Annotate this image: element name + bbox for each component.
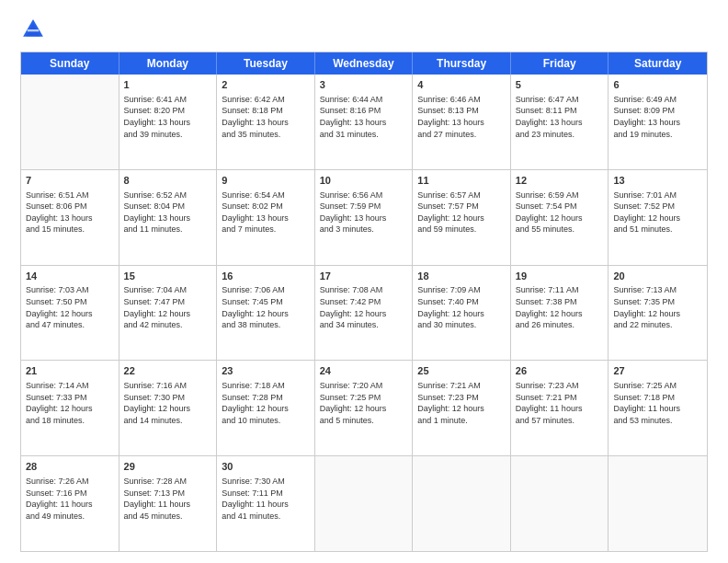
weekday-header-thursday: Thursday bbox=[413, 52, 511, 75]
weekday-header-saturday: Saturday bbox=[609, 52, 707, 75]
calendar-cell-1-3: 10Sunrise: 6:56 AM Sunset: 7:59 PM Dayli… bbox=[315, 170, 414, 265]
calendar-cell-3-2: 23Sunrise: 7:18 AM Sunset: 7:28 PM Dayli… bbox=[217, 361, 315, 455]
day-number: 24 bbox=[320, 364, 408, 378]
calendar-cell-0-5: 5Sunrise: 6:47 AM Sunset: 8:11 PM Daylig… bbox=[511, 75, 609, 169]
day-number: 1 bbox=[124, 78, 212, 92]
day-number: 14 bbox=[26, 270, 114, 283]
calendar-cell-2-5: 19Sunrise: 7:11 AM Sunset: 7:38 PM Dayli… bbox=[511, 266, 609, 361]
day-number: 16 bbox=[222, 270, 310, 283]
day-number: 30 bbox=[222, 460, 310, 474]
cell-info: Sunrise: 7:01 AM Sunset: 7:52 PM Dayligh… bbox=[613, 190, 702, 236]
day-number: 15 bbox=[124, 270, 212, 283]
calendar-cell-0-1: 1Sunrise: 6:41 AM Sunset: 8:20 PM Daylig… bbox=[119, 75, 218, 169]
logo bbox=[20, 17, 50, 42]
day-number: 19 bbox=[516, 270, 604, 283]
cell-info: Sunrise: 6:49 AM Sunset: 8:09 PM Dayligh… bbox=[613, 94, 702, 140]
cell-info: Sunrise: 6:56 AM Sunset: 7:59 PM Dayligh… bbox=[320, 190, 408, 236]
day-number: 7 bbox=[26, 174, 114, 188]
calendar-cell-0-0 bbox=[21, 75, 119, 169]
calendar-cell-3-1: 22Sunrise: 7:16 AM Sunset: 7:30 PM Dayli… bbox=[119, 361, 218, 455]
day-number: 9 bbox=[222, 174, 310, 188]
calendar-cell-0-4: 4Sunrise: 6:46 AM Sunset: 8:13 PM Daylig… bbox=[413, 75, 511, 169]
cell-info: Sunrise: 7:11 AM Sunset: 7:38 PM Dayligh… bbox=[516, 284, 604, 330]
calendar-row-3: 21Sunrise: 7:14 AM Sunset: 7:33 PM Dayli… bbox=[21, 361, 707, 456]
cell-info: Sunrise: 7:06 AM Sunset: 7:45 PM Dayligh… bbox=[222, 284, 310, 330]
day-number: 26 bbox=[516, 364, 604, 378]
weekday-header-tuesday: Tuesday bbox=[217, 52, 315, 75]
day-number: 5 bbox=[516, 78, 604, 92]
calendar-cell-2-6: 20Sunrise: 7:13 AM Sunset: 7:35 PM Dayli… bbox=[609, 266, 707, 361]
cell-info: Sunrise: 6:54 AM Sunset: 8:02 PM Dayligh… bbox=[222, 190, 310, 236]
cell-info: Sunrise: 7:30 AM Sunset: 7:11 PM Dayligh… bbox=[222, 476, 310, 522]
calendar-cell-4-4 bbox=[413, 456, 511, 551]
calendar-cell-2-1: 15Sunrise: 7:04 AM Sunset: 7:47 PM Dayli… bbox=[119, 266, 218, 361]
calendar-cell-0-3: 3Sunrise: 6:44 AM Sunset: 8:16 PM Daylig… bbox=[315, 75, 414, 169]
calendar-cell-0-6: 6Sunrise: 6:49 AM Sunset: 8:09 PM Daylig… bbox=[609, 75, 707, 169]
day-number: 18 bbox=[417, 270, 506, 283]
calendar-cell-2-4: 18Sunrise: 7:09 AM Sunset: 7:40 PM Dayli… bbox=[413, 266, 511, 361]
logo-icon bbox=[20, 17, 46, 42]
cell-info: Sunrise: 7:20 AM Sunset: 7:25 PM Dayligh… bbox=[320, 380, 408, 426]
weekday-header-sunday: Sunday bbox=[21, 52, 119, 75]
calendar-cell-4-2: 30Sunrise: 7:30 AM Sunset: 7:11 PM Dayli… bbox=[217, 456, 315, 551]
cell-info: Sunrise: 6:51 AM Sunset: 8:06 PM Dayligh… bbox=[26, 190, 114, 236]
cell-info: Sunrise: 7:16 AM Sunset: 7:30 PM Dayligh… bbox=[124, 380, 212, 426]
cell-info: Sunrise: 6:52 AM Sunset: 8:04 PM Dayligh… bbox=[124, 190, 212, 236]
day-number: 27 bbox=[613, 364, 702, 378]
cell-info: Sunrise: 7:25 AM Sunset: 7:18 PM Dayligh… bbox=[613, 380, 702, 426]
calendar-row-2: 14Sunrise: 7:03 AM Sunset: 7:50 PM Dayli… bbox=[21, 266, 707, 362]
day-number: 22 bbox=[124, 364, 212, 378]
day-number: 20 bbox=[613, 270, 702, 283]
weekday-header-friday: Friday bbox=[511, 52, 609, 75]
cell-info: Sunrise: 7:26 AM Sunset: 7:16 PM Dayligh… bbox=[26, 476, 114, 522]
cell-info: Sunrise: 7:21 AM Sunset: 7:23 PM Dayligh… bbox=[417, 380, 506, 426]
calendar-row-1: 7Sunrise: 6:51 AM Sunset: 8:06 PM Daylig… bbox=[21, 170, 707, 266]
day-number: 28 bbox=[26, 460, 114, 474]
calendar-cell-1-6: 13Sunrise: 7:01 AM Sunset: 7:52 PM Dayli… bbox=[609, 170, 707, 265]
cell-info: Sunrise: 6:57 AM Sunset: 7:57 PM Dayligh… bbox=[417, 190, 506, 236]
weekday-header-monday: Monday bbox=[119, 52, 218, 75]
cell-info: Sunrise: 7:04 AM Sunset: 7:47 PM Dayligh… bbox=[124, 284, 212, 330]
cell-info: Sunrise: 6:46 AM Sunset: 8:13 PM Dayligh… bbox=[417, 94, 506, 140]
day-number: 17 bbox=[320, 270, 408, 283]
calendar-cell-4-6 bbox=[609, 456, 707, 551]
day-number: 10 bbox=[320, 174, 408, 188]
cell-info: Sunrise: 7:28 AM Sunset: 7:13 PM Dayligh… bbox=[124, 476, 212, 522]
header bbox=[20, 17, 708, 42]
cell-info: Sunrise: 6:41 AM Sunset: 8:20 PM Dayligh… bbox=[124, 94, 212, 140]
day-number: 3 bbox=[320, 78, 408, 92]
calendar-cell-2-3: 17Sunrise: 7:08 AM Sunset: 7:42 PM Dayli… bbox=[315, 266, 414, 361]
day-number: 12 bbox=[516, 174, 604, 188]
calendar-header: SundayMondayTuesdayWednesdayThursdayFrid… bbox=[21, 52, 707, 75]
cell-info: Sunrise: 7:08 AM Sunset: 7:42 PM Dayligh… bbox=[320, 284, 408, 330]
day-number: 8 bbox=[124, 174, 212, 188]
day-number: 23 bbox=[222, 364, 310, 378]
cell-info: Sunrise: 7:03 AM Sunset: 7:50 PM Dayligh… bbox=[26, 284, 114, 330]
calendar-cell-1-4: 11Sunrise: 6:57 AM Sunset: 7:57 PM Dayli… bbox=[413, 170, 511, 265]
calendar-body: 1Sunrise: 6:41 AM Sunset: 8:20 PM Daylig… bbox=[21, 75, 707, 551]
day-number: 29 bbox=[124, 460, 212, 474]
day-number: 25 bbox=[417, 364, 506, 378]
calendar-cell-2-2: 16Sunrise: 7:06 AM Sunset: 7:45 PM Dayli… bbox=[217, 266, 315, 361]
cell-info: Sunrise: 7:13 AM Sunset: 7:35 PM Dayligh… bbox=[613, 284, 702, 330]
day-number: 6 bbox=[613, 78, 702, 92]
page: SundayMondayTuesdayWednesdayThursdayFrid… bbox=[0, 0, 728, 563]
calendar-cell-3-6: 27Sunrise: 7:25 AM Sunset: 7:18 PM Dayli… bbox=[609, 361, 707, 455]
svg-rect-2 bbox=[28, 29, 39, 31]
cell-info: Sunrise: 6:42 AM Sunset: 8:18 PM Dayligh… bbox=[222, 94, 310, 140]
calendar-cell-3-5: 26Sunrise: 7:23 AM Sunset: 7:21 PM Dayli… bbox=[511, 361, 609, 455]
cell-info: Sunrise: 7:09 AM Sunset: 7:40 PM Dayligh… bbox=[417, 284, 506, 330]
day-number: 2 bbox=[222, 78, 310, 92]
cell-info: Sunrise: 6:44 AM Sunset: 8:16 PM Dayligh… bbox=[320, 94, 408, 140]
calendar-cell-3-3: 24Sunrise: 7:20 AM Sunset: 7:25 PM Dayli… bbox=[315, 361, 414, 455]
cell-info: Sunrise: 7:23 AM Sunset: 7:21 PM Dayligh… bbox=[516, 380, 604, 426]
calendar-cell-1-0: 7Sunrise: 6:51 AM Sunset: 8:06 PM Daylig… bbox=[21, 170, 119, 265]
calendar-cell-1-2: 9Sunrise: 6:54 AM Sunset: 8:02 PM Daylig… bbox=[217, 170, 315, 265]
calendar-cell-1-1: 8Sunrise: 6:52 AM Sunset: 8:04 PM Daylig… bbox=[119, 170, 218, 265]
calendar-cell-4-5 bbox=[511, 456, 609, 551]
calendar-cell-1-5: 12Sunrise: 6:59 AM Sunset: 7:54 PM Dayli… bbox=[511, 170, 609, 265]
calendar-row-0: 1Sunrise: 6:41 AM Sunset: 8:20 PM Daylig… bbox=[21, 75, 707, 170]
calendar-row-4: 28Sunrise: 7:26 AM Sunset: 7:16 PM Dayli… bbox=[21, 456, 707, 551]
day-number: 4 bbox=[417, 78, 506, 92]
cell-info: Sunrise: 7:18 AM Sunset: 7:28 PM Dayligh… bbox=[222, 380, 310, 426]
